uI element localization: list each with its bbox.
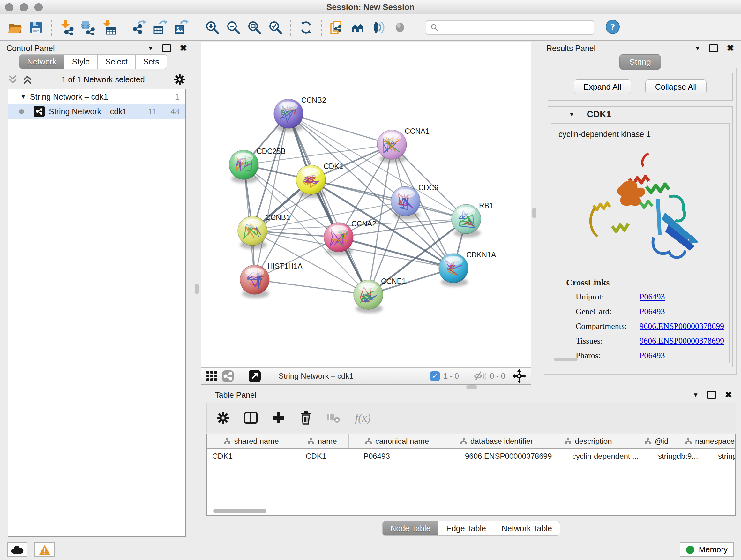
network-node-ccnb2[interactable]: CCNB2 [274, 96, 326, 132]
gene-section-header[interactable]: ▼ CDK1 [548, 107, 732, 122]
clone-network-button[interactable] [327, 17, 347, 38]
collapse-all-networks-button[interactable] [8, 74, 18, 84]
panel-float-icon[interactable] [710, 44, 718, 52]
import-network-file-button[interactable] [57, 17, 77, 38]
column-header-namespace[interactable]: namespace [684, 434, 736, 448]
zoom-in-button[interactable] [202, 17, 222, 38]
network-node-cdc6[interactable]: CDC6 [391, 184, 439, 220]
table-cell[interactable]: stringdb:9... [653, 449, 713, 463]
tab-network[interactable]: Network [19, 54, 64, 69]
zoom-out-button[interactable] [223, 17, 243, 38]
search-input[interactable] [442, 23, 590, 32]
tab-network-table[interactable]: Network Table [494, 521, 560, 536]
crosslink-link[interactable]: 9606.ENSP00000378699 [639, 321, 724, 331]
string-home-button[interactable] [348, 17, 367, 38]
table-cell[interactable]: CDK1 [300, 449, 358, 463]
panel-close-icon[interactable]: ✖ [725, 392, 732, 398]
apply-layout-button[interactable] [296, 17, 316, 38]
table-cell[interactable]: 9606.ENSP00000378699 [460, 449, 567, 463]
column-header-canonicalname[interactable]: canonical name [349, 434, 446, 448]
column-header-sharedname[interactable]: shared name [207, 434, 296, 448]
toggle-details-button[interactable] [390, 17, 410, 38]
delete-columns-button[interactable] [299, 411, 312, 425]
string-style-button[interactable] [222, 370, 234, 382]
export-table-button[interactable] [151, 17, 171, 38]
import-table-file-button[interactable] [99, 17, 119, 38]
network-edge-ccnb2-hist1h1a[interactable] [255, 114, 288, 280]
network-collection-row[interactable]: ▼ String Network – cdk1 1 [8, 89, 185, 104]
left-splitter-handle[interactable] [195, 284, 199, 294]
crosslink-link[interactable]: 9606.ENSP00000378699 [639, 336, 724, 346]
network-row[interactable]: String Network – cdk1 11 48 [8, 104, 185, 119]
network-node-rb1[interactable]: RB1 [452, 201, 493, 238]
collapse-all-button[interactable]: Collapse All [645, 79, 707, 94]
network-edge-hist1h1a-ccne1[interactable] [255, 280, 368, 295]
network-node-cdk1[interactable]: CDK1 [296, 162, 343, 198]
expand-all-networks-button[interactable] [22, 74, 32, 84]
hidden-eye-icon[interactable] [473, 370, 486, 382]
enhance-annotations-button[interactable] [369, 17, 389, 38]
column-header-databaseidentifier[interactable]: database identifier [446, 434, 548, 448]
import-network-database-button[interactable] [78, 17, 98, 38]
show-columns-button[interactable] [244, 411, 258, 425]
delete-table-button[interactable] [326, 412, 341, 424]
crosslink-link[interactable]: P06493 [639, 292, 665, 302]
network-edge-cdk1-rb1[interactable] [311, 180, 466, 219]
column-header-name[interactable]: name [296, 434, 349, 448]
zoom-selected-button[interactable] [266, 17, 285, 38]
expand-all-button[interactable]: Expand All [574, 79, 631, 94]
panel-float-icon[interactable] [162, 44, 171, 52]
export-network-button[interactable] [130, 17, 149, 38]
network-node-ccna1[interactable]: CCNA1 [377, 127, 429, 163]
panel-menu-icon[interactable]: ▼ [695, 45, 701, 52]
table-cell[interactable]: stringdb [713, 449, 736, 463]
table-cell[interactable]: P06493 [358, 449, 460, 463]
table-cell[interactable]: cyclin-dependent ... [567, 449, 653, 463]
panel-menu-icon[interactable]: ▼ [693, 391, 699, 398]
panel-menu-icon[interactable]: ▼ [148, 45, 154, 52]
network-node-ccne1[interactable]: CCNE1 [354, 277, 406, 313]
export-image-button[interactable] [172, 17, 192, 38]
crosslink-link[interactable]: P06493 [639, 307, 665, 316]
export-table-icon [153, 20, 168, 35]
network-node-cdc25b[interactable]: CDC25B [229, 147, 286, 183]
open-view-in-window-button[interactable] [248, 370, 261, 382]
warnings-button[interactable] [35, 543, 55, 557]
column-header-description[interactable]: description [548, 434, 629, 448]
selected-checkbox[interactable]: ✓ [430, 371, 440, 381]
panel-close-icon[interactable]: ✖ [727, 45, 734, 51]
column-header-id[interactable]: @id [629, 434, 684, 448]
pan-navigate-button[interactable] [512, 369, 526, 383]
tab-style[interactable]: Style [64, 54, 98, 69]
tab-string[interactable]: String [619, 54, 661, 70]
panel-close-icon[interactable]: ✖ [180, 45, 187, 51]
create-column-button[interactable] [272, 411, 285, 425]
open-session-button[interactable] [5, 17, 25, 38]
save-session-button[interactable] [26, 17, 46, 38]
help-button[interactable]: ? [605, 19, 620, 36]
panel-float-icon[interactable] [708, 391, 716, 399]
tab-sets[interactable]: Sets [135, 54, 167, 69]
network-node-hist1h1a[interactable]: HIST1H1A [240, 262, 303, 298]
cloud-status-button[interactable] [7, 543, 27, 557]
birdseye-view-button[interactable] [206, 370, 218, 382]
table-cell[interactable]: CDK1 [207, 449, 300, 463]
horizontal-scrollbar-thumb[interactable] [213, 509, 266, 513]
tab-node-table[interactable]: Node Table [382, 521, 439, 536]
network-edge-ccnb2-ccna1[interactable] [288, 114, 392, 145]
table-options-gear-button[interactable] [216, 411, 230, 425]
memory-button[interactable]: Memory [680, 543, 734, 557]
eye-waves-icon [371, 20, 387, 35]
network-canvas[interactable]: CCNB2CCNA1CDC25BCDK1CDC6RB1CCNB1CCNA2CDK… [201, 43, 531, 368]
crosslink-link[interactable]: P06493 [639, 351, 665, 361]
crosslink-row: Tissues:9606.ENSP00000378699 [576, 334, 729, 348]
network-node-cdkn1a[interactable]: CDKN1A [439, 251, 496, 287]
right-splitter-handle[interactable] [532, 207, 536, 219]
horizontal-scrollbar-thumb[interactable] [554, 358, 578, 361]
zoom-fit-button[interactable] [245, 17, 264, 38]
tab-edge-table[interactable]: Edge Table [438, 521, 494, 536]
function-builder-icon[interactable]: f(x) [355, 411, 371, 425]
tab-select[interactable]: Select [97, 54, 135, 69]
column-type-icon [644, 438, 651, 445]
network-options-gear-button[interactable] [174, 73, 186, 85]
